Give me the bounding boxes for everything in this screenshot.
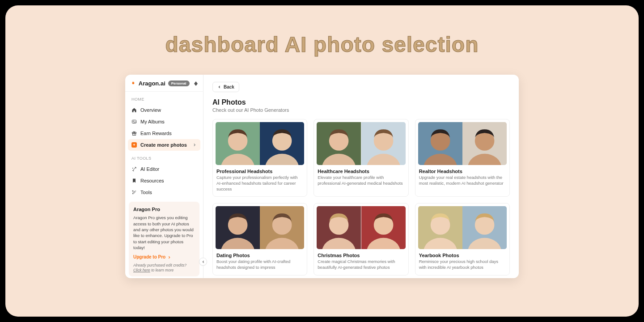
card-title: Yearbook Photos <box>419 253 506 258</box>
card-image-row <box>317 122 405 165</box>
card-image <box>260 206 304 249</box>
pro-upsell-card: Aragon Pro Aragon Pro gives you editing … <box>129 202 199 276</box>
card-image-row <box>317 206 405 249</box>
card-description: Upgrade your real estate headshots with … <box>419 175 506 186</box>
card-image-row <box>216 206 304 249</box>
pro-fineprint: Already purchased edit credits? Click he… <box>133 263 195 273</box>
sidebar-item-my-albums[interactable]: My Albums <box>125 116 203 127</box>
sidebar-item-label: My Albums <box>140 119 165 124</box>
upgrade-link-label: Upgrade to Pro <box>133 254 165 260</box>
svg-point-1 <box>133 121 134 122</box>
sidebar-item-ai-editor[interactable]: AI Editor <box>125 163 203 175</box>
card-grid: Professional Headshots Capture your prof… <box>212 119 510 275</box>
plan-badge: Personal <box>168 80 190 86</box>
chevron-left-icon <box>201 260 205 264</box>
card-description: Create magical Christmas memories with b… <box>318 259 404 271</box>
upgrade-to-pro-link[interactable]: Upgrade to Pro <box>133 254 195 260</box>
generator-card[interactable]: Healthcare Headshots Elevate your health… <box>314 119 408 197</box>
brand-header[interactable]: Aragon.ai Personal <box>125 75 203 92</box>
card-image <box>216 122 260 165</box>
card-title: Realtor Headshots <box>419 169 506 174</box>
sidebar-item-overview[interactable]: Overview <box>125 104 203 116</box>
page-subtitle: Check out our AI Photo Generators <box>212 107 510 113</box>
sidebar-item-resources[interactable]: Resources <box>125 175 203 186</box>
card-description: Capture your professionalism perfectly w… <box>216 175 303 192</box>
card-description: Boost your dating profile with AI-crafte… <box>216 259 303 271</box>
sidebar-item-earn-rewards[interactable]: Earn Rewards <box>125 127 203 139</box>
album-icon <box>131 119 137 124</box>
card-title: Christmas Photos <box>318 253 404 258</box>
card-image <box>317 122 361 165</box>
svg-point-4 <box>132 191 133 191</box>
org-switcher-icon[interactable] <box>194 80 198 87</box>
sidebar-item-label: AI Editor <box>140 166 159 172</box>
app-window: Aragon.ai Personal HOME Overview My Albu… <box>125 75 519 278</box>
sidebar-item-label: Create more photos <box>140 142 187 148</box>
card-image <box>462 122 507 165</box>
click-here-link[interactable]: Click here <box>133 268 150 272</box>
card-title: Dating Photos <box>216 253 303 258</box>
pro-card-title: Aragon Pro <box>133 206 195 213</box>
sidebar-item-create-more-photos[interactable]: + Create more photos <box>128 139 200 151</box>
card-image <box>361 206 406 249</box>
card-title: Healthcare Headshots <box>318 169 404 174</box>
card-image <box>216 206 260 249</box>
tools-icon <box>131 190 137 195</box>
card-image-row <box>418 122 507 165</box>
page-title: AI Photos <box>212 98 510 106</box>
chevron-right-icon <box>167 255 171 259</box>
bookmark-icon <box>131 178 137 183</box>
generator-card[interactable]: Yearbook Photos Reminisce your precious … <box>415 203 510 275</box>
brand-name: Aragon.ai <box>139 80 165 87</box>
back-button-label: Back <box>224 85 234 89</box>
card-image <box>418 122 462 165</box>
generator-card[interactable]: Dating Photos Boost your dating profile … <box>212 203 307 275</box>
home-icon <box>131 107 137 113</box>
collapse-sidebar-button[interactable] <box>199 258 207 266</box>
main-content: Back AI Photos Check out our AI Photo Ge… <box>203 75 519 278</box>
sidebar-item-label: Tools <box>140 190 152 195</box>
card-image <box>317 206 361 249</box>
sidebar-item-tools[interactable]: Tools <box>125 186 203 198</box>
chevron-left-icon <box>217 85 221 89</box>
pro-card-body: Aragon Pro gives you editing access to b… <box>133 215 195 250</box>
plus-icon: + <box>131 142 137 148</box>
wand-icon <box>131 166 137 172</box>
card-title: Professional Headshots <box>216 169 303 174</box>
card-image <box>260 122 304 165</box>
generator-card[interactable]: Christmas Photos Create magical Christma… <box>314 203 408 275</box>
back-button[interactable]: Back <box>212 82 239 92</box>
generator-card[interactable]: Realtor Headshots Upgrade your real esta… <box>415 119 510 197</box>
flame-icon <box>131 80 136 87</box>
generator-card[interactable]: Professional Headshots Capture your prof… <box>212 119 307 197</box>
chevron-right-icon <box>192 143 197 147</box>
card-image-row <box>216 122 304 165</box>
annotation-title: dashboard AI photo selection <box>5 32 639 57</box>
section-label-aitools: AI TOOLS <box>125 151 203 163</box>
sidebar-item-label: Resources <box>140 178 164 183</box>
card-image-row <box>418 206 507 249</box>
card-image <box>418 206 462 249</box>
gift-icon <box>131 131 137 136</box>
section-label-home: HOME <box>125 92 203 104</box>
card-description: Elevate your healthcare profile with pro… <box>318 175 404 186</box>
card-image <box>462 206 507 249</box>
card-image <box>361 122 406 165</box>
sidebar-item-label: Earn Rewards <box>140 131 172 136</box>
sidebar-item-label: Overview <box>140 107 161 113</box>
card-description: Reminisce your precious high school days… <box>419 259 506 271</box>
sidebar: Aragon.ai Personal HOME Overview My Albu… <box>125 75 203 278</box>
